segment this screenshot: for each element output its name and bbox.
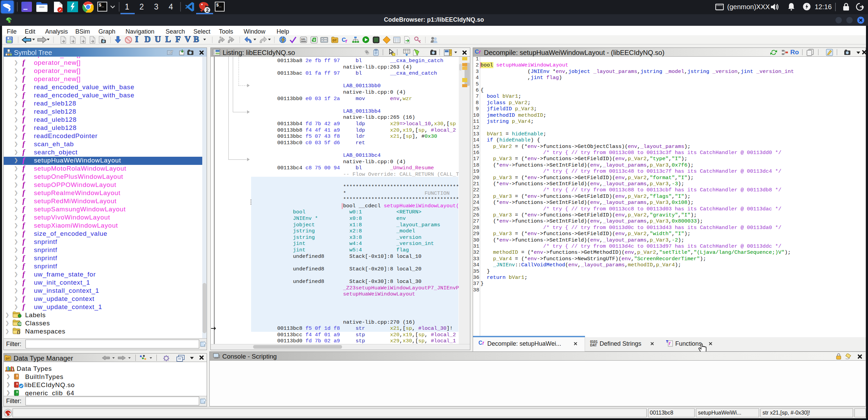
svg-text:{}: {} <box>17 330 20 334</box>
svg-text:f: f <box>345 39 347 44</box>
svg-text:DT: DT <box>333 39 337 42</box>
svg-text:DT: DT <box>6 357 10 360</box>
svg-text:101: 101 <box>301 38 306 41</box>
svg-text:C: C <box>19 323 21 326</box>
